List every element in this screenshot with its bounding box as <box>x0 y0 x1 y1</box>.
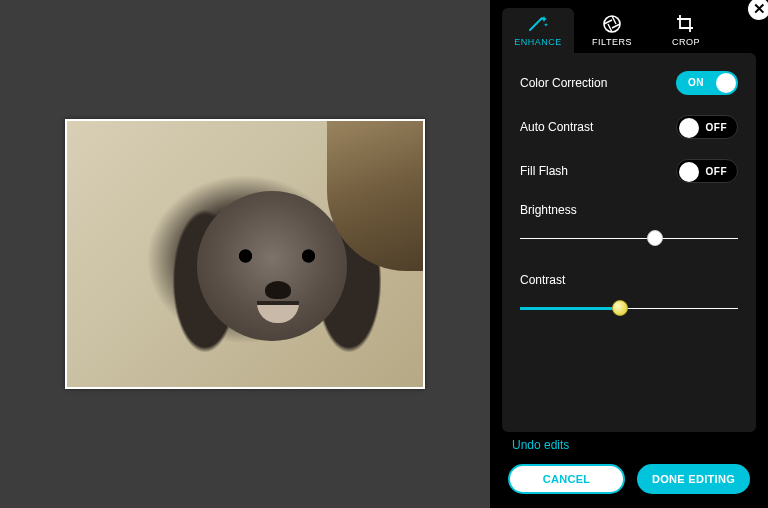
color-correction-label: Color Correction <box>520 76 607 90</box>
toggle-state-label: OFF <box>706 160 728 184</box>
tab-crop-label: CROP <box>672 37 700 47</box>
fill-flash-label: Fill Flash <box>520 164 568 178</box>
panel-footer: Undo edits CANCEL DONE EDITING <box>490 432 768 508</box>
toggle-state-label: OFF <box>706 116 728 140</box>
canvas-area <box>0 0 490 508</box>
edit-side-panel: ENHANCE FILTERS CROP Color Correction <box>490 0 768 508</box>
slider-fill <box>520 307 620 310</box>
svg-line-0 <box>530 18 542 30</box>
contrast-group: Contrast <box>520 273 738 317</box>
toggle-knob <box>679 162 699 182</box>
tab-filters-label: FILTERS <box>592 37 632 47</box>
svg-point-1 <box>604 16 620 32</box>
fill-flash-toggle[interactable]: OFF <box>676 159 738 183</box>
done-editing-button[interactable]: DONE EDITING <box>637 464 750 494</box>
enhance-panel: Color Correction ON Auto Contrast OFF Fi… <box>502 53 756 432</box>
crop-icon <box>674 14 698 34</box>
aperture-icon <box>600 14 624 34</box>
close-icon[interactable]: ✕ <box>748 0 768 20</box>
toggle-knob <box>716 73 736 93</box>
auto-contrast-toggle[interactable]: OFF <box>676 115 738 139</box>
tab-crop[interactable]: CROP <box>650 8 722 53</box>
cancel-button[interactable]: CANCEL <box>508 464 625 494</box>
photo-preview[interactable] <box>65 119 425 389</box>
photo-content <box>265 281 291 299</box>
tab-enhance-label: ENHANCE <box>514 37 562 47</box>
row-fill-flash: Fill Flash OFF <box>520 159 738 183</box>
slider-track <box>520 238 738 239</box>
slider-thumb[interactable] <box>647 230 663 246</box>
brightness-label: Brightness <box>520 203 738 217</box>
tab-enhance[interactable]: ENHANCE <box>502 8 574 53</box>
brightness-slider[interactable] <box>520 231 738 247</box>
row-color-correction: Color Correction ON <box>520 71 738 95</box>
color-correction-toggle[interactable]: ON <box>676 71 738 95</box>
edit-tabs: ENHANCE FILTERS CROP <box>490 8 768 53</box>
contrast-slider[interactable] <box>520 301 738 317</box>
row-auto-contrast: Auto Contrast OFF <box>520 115 738 139</box>
slider-thumb[interactable] <box>612 300 628 316</box>
footer-buttons: CANCEL DONE EDITING <box>508 464 750 494</box>
contrast-label: Contrast <box>520 273 738 287</box>
brightness-group: Brightness <box>520 203 738 247</box>
undo-edits-link[interactable]: Undo edits <box>512 438 750 452</box>
photo-editor-app: ENHANCE FILTERS CROP Color Correction <box>0 0 768 508</box>
toggle-state-label: ON <box>688 71 704 95</box>
toggle-knob <box>679 118 699 138</box>
tab-filters[interactable]: FILTERS <box>576 8 648 53</box>
auto-contrast-label: Auto Contrast <box>520 120 593 134</box>
wand-icon <box>526 14 550 34</box>
photo-content <box>232 246 322 266</box>
